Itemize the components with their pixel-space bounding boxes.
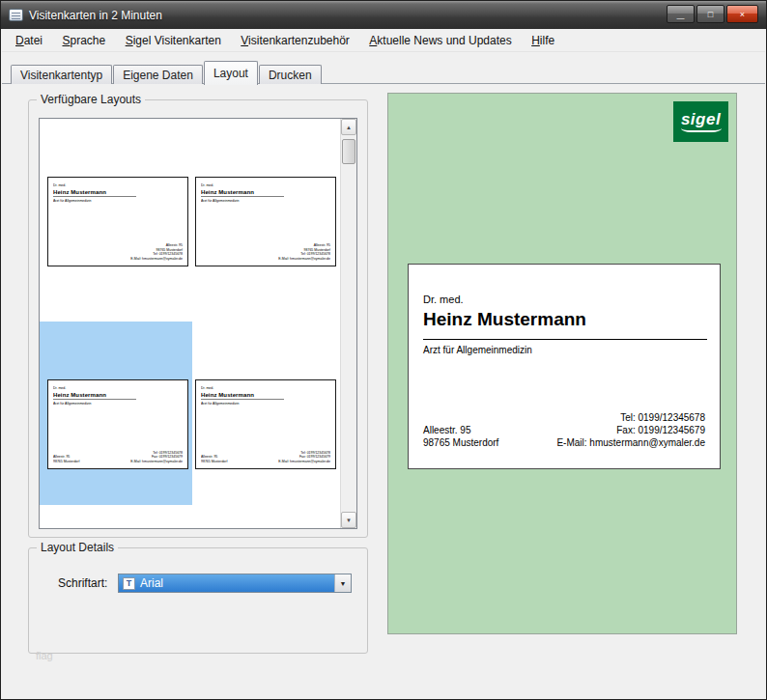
menu-item-hilfe[interactable]: Hilfe	[524, 30, 562, 51]
preview-name: Heinz Mustermann	[423, 309, 586, 330]
close-button[interactable]: ×	[726, 5, 758, 23]
preview-street: Alleestr. 95	[423, 424, 498, 436]
close-icon: ×	[740, 10, 745, 19]
app-icon	[9, 9, 23, 21]
font-label: Schriftart:	[58, 576, 107, 590]
available-layouts-group: Verfügbare Layouts Dr. med. Heinz Muster…	[28, 99, 368, 538]
mini-card-email: E-Mail: hmustermann@xymaler.de	[278, 459, 330, 463]
scrollbar-up-button[interactable]: ▲	[341, 119, 356, 135]
mini-card: Dr. med. Heinz Mustermann Arzt für Allge…	[196, 178, 335, 266]
mini-card-name: Heinz Mustermann	[201, 188, 330, 195]
scrollbar-down-button[interactable]: ▼	[341, 512, 356, 528]
layout-thumbnail-2[interactable]: Dr. med. Heinz Mustermann Arzt für Allge…	[195, 177, 336, 266]
mini-card-name: Heinz Mustermann	[53, 391, 183, 398]
layout-details-title: Layout Details	[37, 541, 118, 554]
mini-card-address: Alleestr. 95 98765 Musterdorf	[53, 455, 79, 463]
sigel-logo-text: sigel	[681, 111, 721, 127]
layout-thumbnail-3-selected[interactable]: Dr. med. Heinz Mustermann Arzt für Allge…	[47, 379, 188, 469]
mini-card-rule	[53, 196, 136, 197]
mini-card-profession: Arzt für Allgemeinmedizin	[53, 198, 183, 202]
mini-card-profession: Arzt für Allgemeinmedizin	[201, 198, 330, 202]
sigel-logo: sigel	[673, 101, 728, 142]
menu-item-datei[interactable]: Datei	[8, 30, 50, 51]
window-title: Visitenkarten in 2 Minuten	[29, 9, 162, 22]
watermark: flag	[36, 650, 53, 661]
layout-list-scrollbar[interactable]: ▲ ▼	[340, 119, 356, 528]
mini-card-degree: Dr. med.	[201, 386, 330, 390]
maximize-button[interactable]: □	[696, 5, 724, 23]
sigel-logo-swoosh	[681, 128, 722, 132]
business-card-preview: Dr. med. Heinz Mustermann Arzt für Allge…	[408, 264, 721, 469]
preview-tel: Tel: 0199/12345678	[556, 411, 705, 424]
mini-card-contact: Tel: 0199/12345678 Fax: 0199/12345679 E-…	[130, 450, 183, 463]
minimize-button[interactable]: —	[667, 5, 695, 23]
card-preview-panel: sigel Dr. med. Heinz Mustermann Arzt für…	[387, 93, 737, 634]
mini-card-email: E-Mail: hmustermann@xymaler.de	[278, 256, 330, 261]
mini-card-profession: Arzt für Allgemeinmedizin	[53, 401, 183, 405]
tab-eigene-daten[interactable]: Eigene Daten	[113, 65, 203, 84]
mini-card-address: Alleestr. 95 98765 Musterdorf	[201, 455, 227, 463]
preview-rule	[423, 339, 707, 340]
preview-degree: Dr. med.	[423, 294, 464, 305]
layout-list[interactable]: Dr. med. Heinz Mustermann Arzt für Allge…	[39, 118, 357, 529]
mini-card-contact-block: Alleestr. 95 98765 Musterdorf Tel: 0199/…	[201, 450, 330, 463]
preview-contact: Tel: 0199/12345678 Fax: 0199/12345679 E-…	[556, 411, 705, 449]
menu-item-sprache[interactable]: Sprache	[54, 30, 113, 51]
menu-item-sigel-visitenkarten[interactable]: Sigel Visitenkarten	[118, 30, 229, 51]
tab-drucken[interactable]: Drucken	[259, 65, 322, 84]
font-select[interactable]: T Arial ▼	[118, 574, 352, 593]
preview-email: E-Mail: hmustermann@xymaler.de	[556, 436, 705, 449]
preview-profession: Arzt für Allgemeinmedizin	[423, 345, 532, 355]
preview-fax: Fax: 0199/12345679	[556, 424, 705, 436]
chevron-down-icon: ▼	[340, 580, 347, 587]
mini-card-degree: Dr. med.	[53, 183, 183, 187]
preview-address: Alleestr. 95 98765 Musterdorf	[423, 424, 498, 449]
preview-city: 98765 Musterdorf	[423, 436, 498, 449]
mini-card-city: 98765 Musterdorf	[201, 459, 227, 463]
mini-card-degree: Dr. med.	[53, 386, 183, 390]
scroll-down-icon: ▼	[346, 518, 352, 523]
minimize-icon: —	[677, 14, 685, 22]
scroll-up-icon: ▲	[346, 125, 352, 130]
mini-card-email: E-Mail: hmustermann@xymaler.de	[130, 256, 183, 261]
mini-card-profession: Arzt für Allgemeinmedizin	[201, 401, 330, 405]
layout-details-group: Layout Details Schriftart: T Arial ▼	[28, 547, 368, 654]
mini-card: Dr. med. Heinz Mustermann Arzt für Allge…	[196, 380, 335, 468]
mini-card-rule	[201, 196, 284, 197]
truetype-icon: T	[123, 577, 135, 590]
mini-card-rule	[201, 399, 284, 400]
tabstrip: Visitenkartentyp Eigene Daten Layout Dru…	[11, 60, 323, 84]
mini-card-contact-block: Alleestr. 95 98765 Musterdorf Tel: 0199/…	[53, 450, 183, 463]
tab-layout[interactable]: Layout	[204, 61, 258, 85]
mini-card-degree: Dr. med.	[201, 183, 330, 187]
maximize-icon: □	[708, 10, 713, 19]
mini-card-contact-block: Alleestr. 95 98765 Musterdorf Tel: 0199/…	[278, 242, 330, 261]
scrollbar-thumb[interactable]	[342, 139, 355, 164]
mini-card-rule	[53, 399, 136, 400]
mini-card: Dr. med. Heinz Mustermann Arzt für Allge…	[48, 380, 187, 468]
window-controls: — □ ×	[667, 5, 758, 23]
tab-visitenkartentyp[interactable]: Visitenkartentyp	[11, 65, 112, 84]
titlebar[interactable]: Visitenkarten in 2 Minuten — □ ×	[1, 1, 766, 29]
mini-card-city: 98765 Musterdorf	[53, 459, 79, 463]
available-layouts-title: Verfügbare Layouts	[37, 93, 145, 106]
mini-card: Dr. med. Heinz Mustermann Arzt für Allge…	[48, 178, 187, 266]
font-select-value[interactable]: T Arial	[119, 574, 334, 592]
layout-thumbnail-1[interactable]: Dr. med. Heinz Mustermann Arzt für Allge…	[47, 177, 188, 266]
mini-card-contact: Tel: 0199/12345678 Fax: 0199/12345679 E-…	[278, 450, 330, 463]
mini-card-name: Heinz Mustermann	[201, 391, 330, 398]
font-select-dropdown-button[interactable]: ▼	[334, 574, 351, 592]
font-select-text: Arial	[140, 576, 163, 590]
mini-card-email: E-Mail: hmustermann@xymaler.de	[130, 459, 183, 463]
menu-item-visitenkartenzubehoer[interactable]: Visitenkartenzubehör	[233, 30, 357, 51]
mini-card-contact-block: Alleestr. 95 98765 Musterdorf Tel: 0199/…	[130, 242, 183, 261]
menu-item-news-und-updates[interactable]: Aktuelle News und Updates	[361, 30, 519, 51]
mini-card-name: Heinz Mustermann	[53, 188, 183, 195]
app-window: Visitenkarten in 2 Minuten — □ × Datei S…	[0, 0, 767, 700]
menubar: Datei Sprache Sigel Visitenkarten Visite…	[2, 30, 765, 52]
layout-thumbnail-4[interactable]: Dr. med. Heinz Mustermann Arzt für Allge…	[195, 379, 336, 469]
